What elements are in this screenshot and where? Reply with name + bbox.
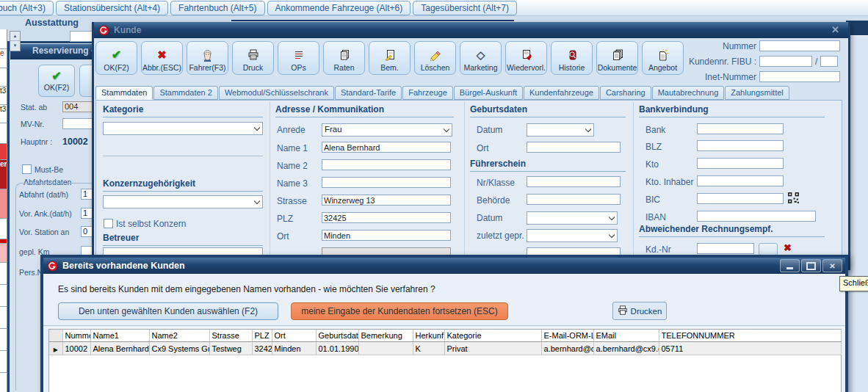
cell-plz[interactable]: 3242! xyxy=(252,342,272,355)
ort-field[interactable] xyxy=(322,230,451,241)
table-row[interactable]: ▶ 10002 Alena Bernhard Cx9 Systems Gm Te… xyxy=(49,342,841,355)
menu-tab-tagesuebersicht[interactable]: Tagesübersicht (Alt+7) xyxy=(413,1,517,15)
cell-bemerkung[interactable] xyxy=(358,342,413,355)
cell-nummer[interactable]: 10002 xyxy=(62,342,90,355)
name3-field[interactable] xyxy=(322,177,451,188)
menu-tab-stationsuebersicht[interactable]: Stationsübersicht (Alt+4) xyxy=(56,1,168,15)
druck-button[interactable]: Druck xyxy=(232,41,274,75)
cell-herkunft[interactable]: K xyxy=(413,342,444,355)
column-header[interactable]: Herkunf xyxy=(413,330,444,342)
nr-klasse-field[interactable] xyxy=(527,176,621,187)
column-header[interactable]: Numme xyxy=(62,330,90,342)
tab-zahlungsmittel[interactable]: Zahlungsmittel xyxy=(725,86,789,100)
drucken-button[interactable]: Drucken xyxy=(612,302,667,320)
name1-field[interactable] xyxy=(322,142,451,153)
menu-tab-buch[interactable]: buch (Alt+3) xyxy=(0,1,54,15)
column-header[interactable]: EMail xyxy=(593,330,659,342)
column-header[interactable]: TELEFONNUMMER xyxy=(659,330,841,342)
fahrer-button[interactable]: Fahrer(F3) xyxy=(187,41,228,75)
name2-field[interactable] xyxy=(322,159,451,170)
tab-buergel-auskunft[interactable]: Bürgel-Auskunft xyxy=(454,86,523,100)
column-header[interactable]: Name2 xyxy=(149,330,209,342)
ok-button[interactable]: ✔ OK(F2) xyxy=(95,41,137,75)
clear-x-icon[interactable]: ✖ xyxy=(784,242,792,253)
spinner-up-icon[interactable]: ▲ xyxy=(10,32,20,41)
abbrechen-button[interactable]: ✖ Abbr.(ESC) xyxy=(141,41,183,75)
cell-strasse[interactable]: Testweg xyxy=(209,342,252,355)
cell-name2[interactable]: Cx9 Systems Gm xyxy=(149,342,209,355)
column-header[interactable]: E-Mail-ORM-Lo xyxy=(541,330,593,342)
menu-tab-fahrtenbuch[interactable]: Fahrtenbuch (Alt+5) xyxy=(170,1,264,15)
inet-nummer-field[interactable] xyxy=(759,71,840,82)
cell-name1[interactable]: Alena Bernhard xyxy=(90,342,149,355)
wiedervorlage-button[interactable]: Wiedervorl. xyxy=(505,41,547,75)
kunde-title-bar[interactable]: Kunde ✕ xyxy=(94,22,848,38)
column-header[interactable]: Strasse xyxy=(209,330,252,342)
tab-stammdaten[interactable]: Stammdaten xyxy=(95,86,153,100)
tab-kundenfahrzeuge[interactable]: Kundenfahrzeuge xyxy=(524,86,599,100)
tab-stammdaten-2[interactable]: Stammdaten 2 xyxy=(153,86,218,100)
kundennr-fibu-field2[interactable] xyxy=(820,56,838,67)
anrede-select[interactable]: Frau xyxy=(322,123,452,137)
must-be-checkbox[interactable] xyxy=(22,164,32,174)
behoerde-field[interactable] xyxy=(527,194,621,205)
tab-carsharing[interactable]: Carsharing xyxy=(600,86,651,100)
column-header[interactable]: Ort xyxy=(272,330,316,342)
bank-field[interactable] xyxy=(697,123,784,134)
close-icon[interactable]: ✕ xyxy=(822,259,842,272)
tab-standard-tarife[interactable]: Standard-Tarife xyxy=(335,86,402,100)
cell-geburtsdatum[interactable]: 01.01.1990 xyxy=(316,342,358,355)
column-header[interactable]: Name1 xyxy=(90,330,149,342)
reservierung-title-bar[interactable]: Reservierung - D xyxy=(10,44,101,59)
customer-table[interactable]: Numme Name1 Name2 Strasse PLZ Ort Geburt… xyxy=(49,330,842,355)
column-header[interactable]: Bemerkung xyxy=(358,330,413,342)
kundennr-fibu-field[interactable] xyxy=(759,56,812,67)
cell-kategorie[interactable]: Privat xyxy=(444,342,541,355)
nummer-field[interactable] xyxy=(759,40,840,51)
column-header[interactable]: Geburtsdat xyxy=(316,330,358,342)
kategorie-select[interactable] xyxy=(103,122,263,135)
fs-datum-select[interactable] xyxy=(527,211,618,225)
kd-nr-lookup-button[interactable] xyxy=(759,243,778,255)
continue-entry-button[interactable]: meine Eingabe der Kundendaten fortsetzen… xyxy=(291,302,508,320)
cell-ort[interactable]: Minden xyxy=(272,342,316,355)
menu-tab-ankommende-fahrzeuge[interactable]: Ankommende Fahrzeuge (Alt+6) xyxy=(267,1,411,15)
blz-field[interactable] xyxy=(697,140,784,151)
tab-fahrzeuge[interactable]: Fahrzeuge xyxy=(402,86,453,100)
spinner-control[interactable]: ▲ ▼ xyxy=(10,31,21,51)
spinner-down-icon[interactable]: ▼ xyxy=(10,41,20,50)
minimize-icon[interactable] xyxy=(780,259,800,272)
maximize-icon[interactable] xyxy=(801,259,821,272)
dialog-title-bar[interactable]: Bereits vorhandene Kunden ✕ xyxy=(43,258,845,274)
tab-webmodul[interactable]: Webmodul/Schlüsselschrank xyxy=(219,86,334,100)
select-customer-button[interactable]: Den unten gewählten Kunden auswählen (F2… xyxy=(58,302,278,320)
close-icon[interactable]: ✕ xyxy=(831,24,839,35)
tab-mautabrechnung[interactable]: Mautabrechnung xyxy=(652,86,725,100)
dokumente-button[interactable]: Dokumente xyxy=(596,41,638,75)
historie-button[interactable]: Historie xyxy=(551,41,593,75)
marketing-button[interactable]: ◇ Marketing xyxy=(460,41,502,75)
loeschen-button[interactable]: Löschen xyxy=(414,41,456,75)
cell-email-orm[interactable]: a.bernhard@cx xyxy=(541,342,593,355)
raten-button[interactable]: Raten xyxy=(323,41,365,75)
kto-field[interactable] xyxy=(697,158,784,169)
strasse-field[interactable] xyxy=(322,195,451,206)
cell-telefonnummer[interactable]: 05711 xyxy=(659,342,841,355)
ausstattung-field[interactable] xyxy=(70,31,94,42)
ist-selbst-konzern-checkbox[interactable] xyxy=(104,219,113,228)
column-header[interactable]: Kategorie xyxy=(444,330,541,342)
bic-field[interactable] xyxy=(697,193,784,204)
zuletzt-gepr-select[interactable] xyxy=(527,229,618,242)
konzern-select[interactable] xyxy=(103,195,263,208)
qr-code-icon[interactable] xyxy=(787,192,800,207)
iban-field[interactable] xyxy=(697,211,816,222)
reservierung-ok-button[interactable]: ✔ OK(F2) xyxy=(38,65,75,97)
bemerkung-button[interactable]: Bem. xyxy=(369,41,411,75)
column-header[interactable]: PLZ xyxy=(252,330,272,342)
cell-email[interactable]: a.bernhard@cx9.c xyxy=(593,342,659,355)
geburt-datum-select[interactable] xyxy=(527,123,594,137)
kd-nr-field[interactable] xyxy=(697,243,754,254)
kto-inhaber-field[interactable] xyxy=(697,175,784,186)
ops-button[interactable]: OPs xyxy=(278,41,319,75)
geburt-ort-field[interactable] xyxy=(527,142,621,153)
